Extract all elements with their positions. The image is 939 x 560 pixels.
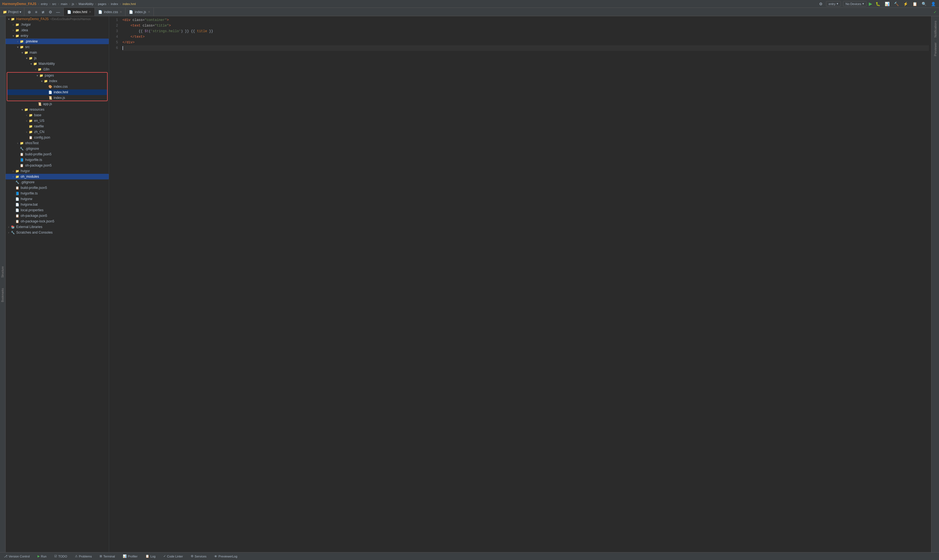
tree-zh-cn[interactable]: › 📁 zh_CN xyxy=(6,129,109,135)
build-profile-root-icon: 📋 xyxy=(15,186,20,190)
status-todo[interactable]: ☑ TODO xyxy=(52,554,69,558)
status-previewer-log[interactable]: 👁 PreviewerLog xyxy=(213,554,239,558)
tree-src[interactable]: ▾ 📁 src xyxy=(6,44,109,50)
tree-ohostest[interactable]: › 📁 ohosTest xyxy=(6,140,109,146)
toolbar-icon-2[interactable]: ≡ xyxy=(34,9,38,15)
status-terminal[interactable]: ⊞ Terminal xyxy=(98,554,117,558)
tree-entry[interactable]: ▾ 📁 entry xyxy=(6,33,109,38)
project-panel-label[interactable]: 📁 Project ▾ xyxy=(0,8,24,16)
tree-hvigorw[interactable]: 📄 hvigorw xyxy=(6,196,109,202)
profile-button[interactable]: 📊 xyxy=(883,1,891,7)
toolbar-icon-4[interactable]: ⚙ xyxy=(48,9,53,15)
no-devices-dropdown[interactable]: No Devices ▾ xyxy=(843,1,867,6)
main-content: Structure Bookmarks ▾ 📁 HarmonyDemo_FAJS… xyxy=(0,16,939,552)
structure-label[interactable]: Structure xyxy=(0,265,5,279)
tree-hvigorw-bat[interactable]: 📄 hvigorw.bat xyxy=(6,202,109,207)
more1-button[interactable]: ⚡ xyxy=(902,1,909,7)
tab-close-css[interactable]: ✕ xyxy=(120,10,122,14)
build-profile-root-name: build-profile.json5 xyxy=(21,186,47,190)
code-expr-3: {{ xyxy=(139,29,145,34)
zh-cn-name: zh_CN xyxy=(34,130,45,134)
tab-icon-hml: 📄 xyxy=(67,10,71,14)
oh-package-root-name: oh-package.json5 xyxy=(21,214,47,218)
status-services[interactable]: ⚙ Services xyxy=(189,554,208,558)
tree-index-js[interactable]: 📜 index.js xyxy=(7,95,107,101)
tree-pages[interactable]: ▾ 📁 pages xyxy=(7,73,107,78)
tree-index-hml[interactable]: 📄 index.hml xyxy=(7,89,107,95)
tree-js[interactable]: ▾ 📁 js xyxy=(6,55,109,61)
status-profiler[interactable]: 📊 Profiler xyxy=(121,554,139,558)
tree-hvigor[interactable]: › 📁 .hvigor xyxy=(6,22,109,28)
debug-button[interactable]: 🐛 xyxy=(874,1,881,7)
version-control-label: Version Control xyxy=(9,555,30,558)
tree-hvigorfile-entry[interactable]: 📘 hvigorfile.ts xyxy=(6,157,109,163)
no-devices-label: No Devices xyxy=(846,2,861,6)
tree-index-css[interactable]: 🎨 index.css xyxy=(7,84,107,89)
account-button[interactable]: 👤 xyxy=(930,1,937,7)
tree-hvigor-root[interactable]: › 📁 hvigor xyxy=(6,168,109,174)
bookmarks-label[interactable]: Bookmarks xyxy=(0,287,5,303)
log-label: Log xyxy=(150,555,156,558)
src-icon: 📁 xyxy=(20,45,24,49)
tree-resources[interactable]: ▾ 📁 resources xyxy=(6,107,109,112)
tree-preview[interactable]: › 📁 .preview xyxy=(6,38,109,44)
oh-package-root-icon: 📋 xyxy=(15,214,20,218)
config-json-icon: 📋 xyxy=(29,135,33,140)
rawfile-icon: 📁 xyxy=(29,124,33,129)
tree-config-json[interactable]: 📋 config.json xyxy=(6,135,109,140)
entry-icon: 📁 xyxy=(15,34,20,38)
tree-index-folder[interactable]: ▾ 📁 index xyxy=(7,78,107,84)
settings-icon[interactable]: ⚙ xyxy=(818,1,824,7)
tree-hvigorfile-root[interactable]: 📘 hvigorfile.ts xyxy=(6,191,109,196)
root-subtitle: ~/DevEcoStudioProjects/Harmon xyxy=(50,18,91,21)
tab-close-hml[interactable]: ✕ xyxy=(89,10,91,14)
tab-index-css[interactable]: 📄 index.css ✕ xyxy=(95,8,126,16)
search-button[interactable]: 🔍 xyxy=(920,1,928,7)
run-button[interactable]: ▶ xyxy=(869,1,872,6)
previewer-label[interactable]: Previewer xyxy=(933,40,937,58)
tree-root[interactable]: ▾ 📁 HarmonyDemo_FAJS ~/DevEcoStudioProje… xyxy=(6,16,109,22)
build-button[interactable]: 🔨 xyxy=(893,1,900,7)
ohostest-name: ohosTest xyxy=(25,141,39,145)
entry-dropdown[interactable]: entry ▾ xyxy=(826,1,840,6)
tree-oh-package-entry[interactable]: 📋 oh-package.json5 xyxy=(6,163,109,168)
path-index: index xyxy=(111,2,118,6)
status-version-control[interactable]: ⎇ Version Control xyxy=(2,554,31,558)
tree-gitignore-root[interactable]: 🔧 .gitignore xyxy=(6,179,109,185)
tree-scratches[interactable]: › 🔧 Scratches and Consoles xyxy=(6,230,109,235)
tree-oh-modules[interactable]: › 📁 oh_modules xyxy=(6,174,109,179)
tree-en-us[interactable]: › 📁 en_US xyxy=(6,118,109,123)
status-problems[interactable]: ⚠ Problems xyxy=(73,554,93,558)
tab-close-js[interactable]: ✕ xyxy=(148,10,150,14)
tab-index-hml[interactable]: 📄 index.hml ✕ xyxy=(64,8,95,16)
problems-icon: ⚠ xyxy=(75,554,78,558)
tree-gitignore-entry[interactable]: 🔧 .gitignore xyxy=(6,146,109,151)
tree-i18n[interactable]: › 📁 i18n xyxy=(6,66,109,72)
index-hml-icon: 📄 xyxy=(48,90,52,94)
tree-external-libraries[interactable]: › 📚 External Libraries xyxy=(6,224,109,230)
tree-idea[interactable]: › 📁 .idea xyxy=(6,28,109,33)
tree-main[interactable]: ▾ 📁 main xyxy=(6,50,109,55)
tree-mainability[interactable]: ▾ 📁 MainAbility xyxy=(6,61,109,66)
tree-base[interactable]: › 📁 base xyxy=(6,112,109,118)
tab-index-js[interactable]: 📄 index.js ✕ xyxy=(126,8,154,16)
notifications-label[interactable]: Notifications xyxy=(933,18,937,40)
tree-build-profile-root[interactable]: 📋 build-profile.json5 xyxy=(6,185,109,191)
toolbar-icon-3[interactable]: ≢ xyxy=(40,9,46,15)
toolbar-icon-1[interactable]: ⊕ xyxy=(26,9,32,15)
toolbar-icon-5[interactable]: — xyxy=(55,9,61,15)
code-line-3: {{ $t ( 'strings.hello' ) }} {{ title }} xyxy=(122,29,929,34)
hvigorw-icon: 📄 xyxy=(15,197,20,201)
tree-local-properties[interactable]: 📄 local.properties xyxy=(6,207,109,213)
tree-build-profile-entry[interactable]: 📋 build-profile.json5 xyxy=(6,151,109,157)
tree-app-js[interactable]: 📜 app.js xyxy=(6,101,109,107)
status-log[interactable]: 📋 Log xyxy=(144,554,157,558)
path-mainability: MainAbility xyxy=(79,2,93,6)
tree-oh-package-root[interactable]: 📋 oh-package.json5 xyxy=(6,213,109,218)
more2-button[interactable]: 📋 xyxy=(911,1,918,7)
tree-oh-package-lock[interactable]: 📋 oh-package-lock.json5 xyxy=(6,218,109,224)
code-editor[interactable]: <div class= "container" > <text class= "… xyxy=(120,16,931,552)
tree-rawfile[interactable]: 📁 rawfile xyxy=(6,123,109,129)
status-run[interactable]: ▶ Run xyxy=(36,554,48,558)
status-code-linter[interactable]: ✓ Code Linter xyxy=(162,554,185,558)
